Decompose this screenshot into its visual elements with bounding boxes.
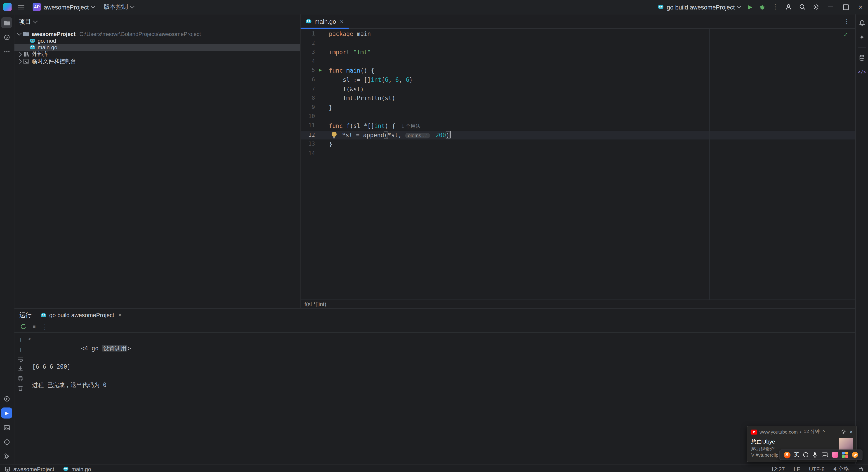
fullwidth-mode-icon[interactable] [803, 452, 808, 457]
scroll-to-end-button[interactable] [17, 365, 24, 372]
commit-toolwindow-button[interactable] [1, 32, 12, 43]
file-encoding[interactable]: UTF-8 [809, 466, 825, 472]
minimize-button[interactable] [823, 0, 838, 14]
code-line-7[interactable]: 7 f(&sl) [301, 85, 855, 94]
terminal-toolwindow-button[interactable] [1, 422, 12, 433]
code-line-1[interactable]: 1package main [301, 29, 855, 39]
notifications-button[interactable] [857, 17, 868, 28]
code-editor[interactable]: ✓ 1package main23import "fmt"45▶func mai… [301, 29, 855, 300]
run-toolbar-more-icon[interactable]: ⋮ [42, 323, 48, 330]
services-icon [3, 395, 11, 402]
code-line-13[interactable]: 13} [301, 139, 855, 149]
notification-close-icon[interactable]: × [848, 429, 854, 435]
settings-wrench-icon[interactable] [852, 452, 858, 458]
virtual-keyboard-button[interactable] [821, 452, 828, 457]
vcs-label: 版本控制 [104, 3, 128, 11]
project-panel-header[interactable]: 项目 [14, 14, 300, 29]
scroll-up-button[interactable]: ↑ [17, 336, 24, 343]
chevron-collapsed-icon[interactable] [17, 52, 22, 57]
soft-wrap-button[interactable] [17, 355, 24, 363]
code-line-14[interactable]: 14 [301, 149, 855, 158]
rerun-button[interactable] [20, 323, 26, 330]
tree-item-gomod[interactable]: go.mod [14, 37, 300, 44]
settings-button[interactable] [809, 1, 823, 13]
close-tab-icon[interactable]: × [118, 312, 122, 318]
tree-item-external-libraries[interactable]: 外部库 [14, 51, 300, 58]
run-configuration-selector[interactable]: go build awesomeProject [654, 1, 745, 13]
problems-toolwindow-button[interactable] [1, 436, 12, 447]
indent-setting[interactable]: 4 空格 [833, 465, 849, 472]
clear-console-button[interactable] [17, 384, 24, 392]
notification-settings-icon[interactable] [841, 429, 846, 435]
inspections-ok-icon[interactable]: ✓ [844, 31, 847, 38]
chevron-collapsed-icon[interactable] [17, 59, 22, 64]
close-window-button[interactable]: × [853, 0, 868, 14]
statusbar-project[interactable]: awesomeProject [4, 466, 54, 472]
sogou-logo-icon[interactable]: S [784, 451, 790, 458]
code-line-12[interactable]: 12*sl = append(*sl, elems…: 200) [301, 130, 855, 140]
services-toolwindow-button[interactable] [1, 393, 12, 404]
line-number: 8 [301, 94, 315, 103]
git-toolwindow-button[interactable] [1, 450, 12, 462]
code-line-11[interactable]: 11func f(sl *[]int) {1 个用法 [301, 121, 855, 130]
fold-toggle-icon[interactable]: > [28, 334, 31, 344]
go-file-icon [658, 4, 664, 10]
scroll-down-button[interactable]: ↓ [17, 346, 24, 353]
print-button[interactable] [17, 375, 24, 382]
run-toolwindow-button[interactable]: ▶ [1, 407, 12, 418]
statusbar-file[interactable]: main.go [63, 466, 91, 472]
database-button[interactable] [857, 52, 868, 63]
code-line-8[interactable]: 8 fmt.Println(sl) [301, 94, 855, 103]
code-line-10[interactable]: 10 [301, 112, 855, 121]
code-line-3[interactable]: 3import "fmt" [301, 48, 855, 57]
vcs-widget[interactable]: 版本控制 [100, 1, 138, 13]
breadcrumb-item[interactable]: f(sl *[]int) [305, 301, 327, 307]
ime-language-mode[interactable]: 英 [794, 451, 799, 459]
project-toolwindow: 项目 awesomeProject C:\Users\meowr\GolandP… [14, 14, 301, 308]
console-toolbar: ↑ ↓ [14, 333, 27, 464]
run-button[interactable]: ▶ [745, 1, 756, 13]
main-menu-button[interactable] [15, 1, 28, 13]
line-separator[interactable]: LF [794, 466, 800, 472]
line-number: 10 [301, 112, 315, 121]
trash-icon [17, 385, 24, 391]
skin-icon[interactable] [832, 452, 838, 458]
rerun-icon [20, 323, 26, 330]
editor-tab-maingo[interactable]: main.go × [301, 14, 348, 28]
editor-options-icon[interactable]: ⋮ [838, 18, 855, 25]
more-actions-button[interactable]: ⋮ [769, 1, 782, 13]
breadcrumbs[interactable]: f(sl *[]int) [301, 300, 855, 308]
code-line-5[interactable]: 5▶func main() { [301, 66, 855, 75]
run-tab[interactable]: go build awesomeProject × [40, 312, 122, 318]
code-line-2[interactable]: 2 [301, 38, 855, 48]
code-line-9[interactable]: 9} [301, 103, 855, 112]
maximize-button[interactable] [838, 0, 853, 14]
debug-button[interactable] [756, 1, 769, 13]
more-toolwindows-button[interactable] [1, 46, 12, 57]
code-with-me-button[interactable] [782, 1, 796, 13]
intention-bulb-icon[interactable] [329, 132, 342, 138]
project-toolwindow-button[interactable] [1, 17, 12, 28]
run-gutter-icon[interactable]: ▶ [319, 66, 322, 75]
search-everywhere-button[interactable] [796, 1, 809, 13]
project-panel-title: 项目 [19, 18, 31, 26]
tree-item-scratches[interactable]: 临时文件和控制台 [14, 58, 300, 65]
tree-root-awesomeproject[interactable]: awesomeProject C:\Users\meowr\GolandProj… [14, 31, 300, 37]
close-tab-icon[interactable]: × [340, 18, 344, 25]
run-console[interactable]: ><4 go 设置调用> [6 6 6 200] 进程 已完成，退出代码为 0 [27, 333, 855, 464]
chevron-expanded-icon[interactable] [17, 31, 22, 35]
line-number: 3 [301, 48, 315, 57]
stop-button[interactable]: ■ [33, 324, 35, 329]
ai-assistant-button[interactable] [857, 32, 868, 43]
project-selector[interactable]: AP awesomeProject [29, 1, 98, 13]
code-line-6[interactable]: 6 sl := []int{6, 6, 6} [301, 75, 855, 85]
voice-input-button[interactable] [812, 452, 817, 458]
folded-setup-calls[interactable]: 设置调用 [102, 345, 128, 351]
toolbox-icon[interactable] [842, 452, 848, 458]
collapse-icon[interactable]: ^ [823, 429, 825, 435]
endpoints-button[interactable]: </> [857, 66, 868, 77]
code-line-4[interactable]: 4 [301, 57, 855, 66]
tree-item-maingo[interactable]: main.go [14, 44, 300, 51]
cursor-position[interactable]: 12:27 [771, 466, 784, 472]
write-access-button[interactable] [858, 466, 864, 472]
